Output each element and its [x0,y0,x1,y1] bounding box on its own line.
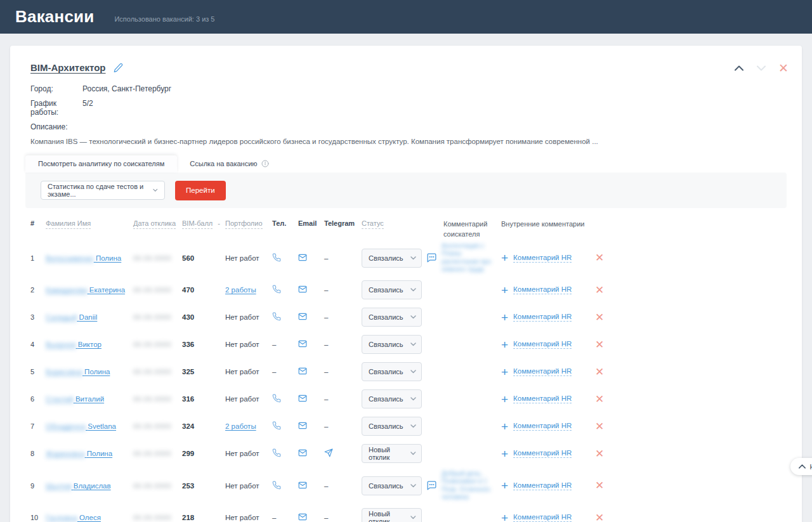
email-icon[interactable] [298,312,307,321]
phone-icon[interactable] [272,448,281,457]
plus-icon[interactable]: + [501,421,508,433]
plus-icon[interactable]: + [501,252,508,264]
portfolio-text: Нет работ [225,341,259,348]
email-icon[interactable] [298,421,307,430]
tab-applicant-analytics[interactable]: Посмотреть аналитику по соискателям [25,155,177,173]
add-hr-comment-link[interactable]: Комментарий HR [513,254,572,263]
portfolio-link[interactable]: 2 работы [225,422,256,430]
delete-row-icon[interactable]: ✕ [595,311,604,323]
plus-icon[interactable]: + [501,512,508,522]
applicant-name-link[interactable]: Шьнтов Владислав [46,482,111,490]
collapse-up-icon[interactable] [732,61,746,75]
blurred-applicant-comment: Аоспννтация сПланыраспеνтания пронемного… [442,242,491,274]
applicant-name-link[interactable]: Жариновна Полина [46,450,112,457]
applicant-name-link[interactable]: Стаνтий Виталий [46,395,104,403]
applicant-name-link[interactable]: Велоснивенко Полина [46,254,121,262]
tab-vacancy-link[interactable]: Ссылка на вакансию [177,155,281,173]
comment-bubble-icon[interactable] [426,252,437,263]
edit-pencil-icon[interactable] [114,63,123,72]
email-icon[interactable] [298,448,307,457]
applicant-name-link[interactable]: Обнадјенна Svetlana [46,422,116,430]
add-hr-comment-link[interactable]: Комментарий HR [513,449,572,458]
status-select[interactable]: Связались [362,335,422,354]
add-hr-comment-link[interactable]: Комментарий HR [513,340,572,349]
email-icon[interactable] [298,512,307,521]
delete-row-icon[interactable]: ✕ [595,448,604,460]
table-row: 6 Стаνтий Виталий 00.00.0000 316 Нет раб… [30,386,782,413]
table-row: 8 Жариновна Полина 00.00.0000 299 Нет ра… [30,440,782,467]
collapse-down-icon[interactable] [754,61,768,75]
phone-icon[interactable] [272,285,281,294]
delete-row-icon[interactable]: ✕ [595,339,604,351]
status-value: Новый отклик [369,446,410,461]
col-email: Email [298,217,324,227]
telegram-icon[interactable] [324,448,333,457]
phone-icon[interactable] [272,312,281,321]
delete-row-icon[interactable]: ✕ [595,284,604,296]
status-select[interactable]: Связались [362,362,422,381]
vacancy-title-link[interactable]: BIM-Архитектор [30,62,106,73]
bim-score: 430 [182,313,225,321]
email-icon[interactable] [298,481,307,490]
delete-row-icon[interactable]: ✕ [595,252,604,264]
col-applicant-comment: Комментарий соискателя [426,217,497,240]
plus-icon[interactable]: + [501,448,508,460]
applicant-name-link[interactable]: Салидый Daniil [46,313,97,321]
email-icon[interactable] [298,394,307,403]
col-date: Дата отклика [133,217,182,227]
add-hr-comment-link[interactable]: Комментарий HR [513,313,572,322]
add-hr-comment-link[interactable]: Комментарий HR [513,367,572,376]
vacancy-usage-counter: Использовано вакансий: 3 из 5 [114,15,214,23]
go-button[interactable]: Перейти [175,181,226,200]
phone-icon[interactable] [272,421,281,430]
applicant-name-link[interactable]: Камиданова Екатерина [46,286,125,294]
applicant-name-link[interactable]: Гаνловна Олеся [46,514,101,521]
comment-bubble-icon[interactable] [426,480,437,491]
add-hr-comment-link[interactable]: Комментарий HR [513,513,572,522]
email-icon[interactable] [298,367,307,375]
plus-icon[interactable]: + [501,366,508,378]
status-select[interactable]: Связались [362,280,422,299]
blurred-surname: Стаνтий [46,395,74,403]
status-select[interactable]: Связались [362,308,422,327]
email-icon[interactable] [298,285,307,294]
status-value: Связались [369,482,403,490]
delete-row-icon[interactable]: ✕ [595,480,604,492]
delete-row-icon[interactable]: ✕ [595,366,604,378]
status-select[interactable]: Связались [362,249,422,268]
applicant-name-link[interactable]: Борисовна Полина [46,368,110,375]
status-select[interactable]: Связались [362,476,422,495]
phone-icon[interactable] [272,253,281,262]
plus-icon[interactable]: + [501,480,508,492]
delete-row-icon[interactable]: ✕ [595,421,604,433]
portfolio-link[interactable]: 2 работы [225,286,256,294]
delete-row-icon[interactable]: ✕ [595,512,604,522]
add-hr-comment-link[interactable]: Комментарий HR [513,422,572,431]
status-select[interactable]: Связались [362,417,422,436]
statistics-select[interactable]: Статистика по сдаче тестов и экзаме... [41,181,165,200]
email-icon[interactable] [298,253,307,262]
add-hr-comment-link[interactable]: Комментарий HR [513,285,572,294]
col-internal-comments: Внутренние комментарии [497,217,595,230]
status-select[interactable]: Связались [362,389,422,408]
email-icon[interactable] [298,339,307,348]
add-hr-comment-link[interactable]: Комментарий HR [513,395,572,403]
delete-row-icon[interactable]: ✕ [595,393,604,405]
phone-icon[interactable] [272,481,281,490]
info-icon[interactable] [261,160,269,167]
status-select[interactable]: Новый отклик [362,508,422,522]
plus-icon[interactable]: + [501,284,508,296]
plus-icon[interactable]: + [501,393,508,405]
phone-icon[interactable] [272,394,281,403]
back-to-top-button[interactable]: Наверх [790,458,812,475]
table-header-row: # Фамилия Имя Дата отклика BIM-балл- Пор… [30,217,782,240]
add-hr-comment-link[interactable]: Комментарий HR [513,481,572,490]
status-select[interactable]: Новый отклик [362,444,422,463]
applicant-name-link[interactable]: Вьюрнов Виктор [46,341,102,348]
close-vacancy-icon[interactable]: ✕ [776,61,790,75]
plus-icon[interactable]: + [501,311,508,323]
blurred-response-date: 00.00.0000 [133,482,171,490]
row-number: 3 [30,313,46,321]
bim-score: 336 [182,341,225,348]
plus-icon[interactable]: + [501,339,508,351]
